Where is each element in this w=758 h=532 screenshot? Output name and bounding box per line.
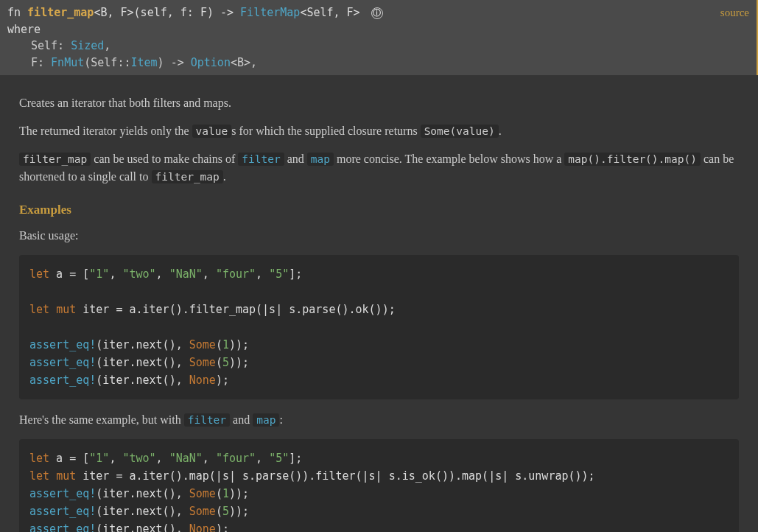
- num-5: 5: [222, 356, 229, 369]
- num2-1: 1: [222, 487, 229, 500]
- macro-assert-4: assert_eq!: [29, 487, 96, 500]
- basic-usage-label: Basic usage:: [19, 227, 739, 245]
- paragraph-2: The returned iterator yields only the va…: [19, 122, 739, 140]
- code2-line2: iter = a.iter().map(|s| s.parse()).filte…: [76, 469, 594, 483]
- where-line-2-pre: F:: [31, 56, 51, 69]
- filter-link-2[interactable]: filter: [184, 413, 230, 427]
- str2-nan: "NaN": [169, 452, 203, 465]
- return-type-link[interactable]: FilterMap: [240, 6, 300, 19]
- item-link[interactable]: Item: [130, 56, 157, 69]
- close2-1: ));: [229, 487, 249, 500]
- summary-paragraph: Creates an iterator that both filters an…: [19, 94, 739, 112]
- p2-text-a: The returned iterator yields only the: [19, 125, 192, 137]
- where-line-2-post: <B>,: [231, 56, 257, 69]
- p3-text-c: more concise. The example below shows ho…: [334, 153, 564, 165]
- filter-map-code-2: filter_map: [152, 170, 223, 183]
- close-1: ));: [229, 338, 249, 351]
- sized-link[interactable]: Sized: [71, 39, 104, 52]
- where-line-2-arrow: ) ->: [158, 56, 191, 69]
- close-none-2: );: [216, 522, 229, 533]
- p3-text-a: can be used to make chains of: [91, 153, 238, 165]
- map-link-2[interactable]: map: [253, 413, 279, 427]
- kw-let-2: let: [29, 303, 49, 316]
- code-example-1: let a = ["1", "two", "NaN", "four", "5"]…: [19, 255, 739, 399]
- code2-line1b: ];: [289, 452, 302, 465]
- code2-a3: (iter.next(),: [96, 522, 189, 533]
- map-filter-map-code: map().filter().map(): [564, 153, 701, 166]
- p3-text-b: and: [284, 153, 307, 165]
- str-two: "two": [122, 267, 155, 281]
- e2-text-a: Here's the same example, but with: [19, 413, 184, 426]
- where-line-2-mid: (Self::: [84, 56, 130, 69]
- value-code: value: [192, 125, 232, 138]
- code2-a2: (iter.next(),: [96, 505, 189, 518]
- some-kw-3: Some: [189, 487, 216, 500]
- some-kw-4: Some: [189, 505, 216, 518]
- option-link[interactable]: Option: [191, 56, 231, 69]
- close-2: ));: [229, 356, 249, 369]
- kw-mut-2: mut: [56, 469, 76, 483]
- code1-line1b: ];: [289, 267, 302, 281]
- some-kw-2: Some: [189, 356, 216, 369]
- p2-text-c: .: [499, 125, 502, 137]
- params: (self, f: F) ->: [134, 6, 241, 19]
- map-link[interactable]: map: [307, 153, 334, 166]
- macro-assert-2: assert_eq!: [29, 356, 96, 369]
- code1-line1a: a = [: [49, 267, 89, 281]
- return-generics: <Self, F>: [300, 6, 359, 19]
- info-icon[interactable]: ⓘ: [371, 7, 383, 19]
- kw-let-4: let: [29, 469, 49, 483]
- str2-two: "two": [122, 452, 155, 465]
- str-four: "four": [216, 267, 256, 281]
- e2-text-c: :: [279, 413, 282, 426]
- code1-a3: (iter.next(),: [96, 374, 189, 387]
- kw-let: let: [29, 267, 49, 281]
- where-line-1-post: ,: [104, 39, 110, 52]
- p2-text-b: s for which the supplied closure returns: [231, 125, 420, 137]
- close-none: );: [216, 374, 229, 387]
- code2-a1: (iter.next(),: [96, 487, 189, 500]
- str-5: "5": [269, 267, 289, 281]
- fnmut-link[interactable]: FnMut: [51, 56, 84, 69]
- code1-a1: (iter.next(),: [96, 338, 189, 351]
- kw-let-3: let: [29, 452, 49, 465]
- none-kw: None: [189, 374, 216, 387]
- code1-line2: iter = a.iter().filter_map(|s| s.parse()…: [76, 303, 395, 316]
- str2-5: "5": [269, 452, 289, 465]
- none-kw-2: None: [189, 522, 216, 533]
- close2-2: ));: [229, 505, 249, 518]
- generics: <B, F>: [94, 6, 133, 19]
- str2-four: "four": [216, 452, 256, 465]
- code1-a2: (iter.next(),: [96, 356, 189, 369]
- fn-keyword: fn: [7, 6, 21, 19]
- doc-body: Creates an iterator that both filters an…: [0, 75, 758, 532]
- macro-assert-3: assert_eq!: [29, 374, 96, 387]
- macro-assert-5: assert_eq!: [29, 505, 96, 518]
- kw-mut: mut: [56, 303, 76, 316]
- paragraph-3: filter_map can be used to make chains of…: [19, 150, 739, 186]
- code-example-2: let a = ["1", "two", "NaN", "four", "5"]…: [19, 439, 739, 533]
- filter-map-code: filter_map: [19, 153, 91, 166]
- where-line-1-pre: Self:: [31, 39, 71, 52]
- num-1: 1: [222, 338, 229, 351]
- num2-5: 5: [222, 505, 229, 518]
- str-1: "1": [89, 267, 109, 281]
- str-nan: "NaN": [169, 267, 203, 281]
- some-kw: Some: [189, 338, 216, 351]
- example-2-intro: Here's the same example, but with filter…: [19, 411, 739, 429]
- where-clause: where Self: Sized, F: FnMut(Self::Item) …: [7, 21, 749, 71]
- e2-text-b: and: [230, 413, 253, 426]
- method-header: fn filter_map<B, F>(self, f: F) -> Filte…: [0, 0, 758, 75]
- filter-link[interactable]: filter: [238, 153, 284, 166]
- fn-name[interactable]: filter_map: [27, 6, 94, 19]
- str2-1: "1": [89, 452, 109, 465]
- macro-assert-6: assert_eq!: [29, 522, 96, 533]
- code2-line1a: a = [: [49, 452, 89, 465]
- examples-heading: Examples: [19, 200, 739, 220]
- where-keyword: where: [7, 23, 41, 36]
- p3-text-e: .: [223, 170, 226, 183]
- source-link[interactable]: source: [720, 4, 749, 21]
- macro-assert: assert_eq!: [29, 338, 96, 351]
- some-value-code: Some(value): [421, 125, 499, 138]
